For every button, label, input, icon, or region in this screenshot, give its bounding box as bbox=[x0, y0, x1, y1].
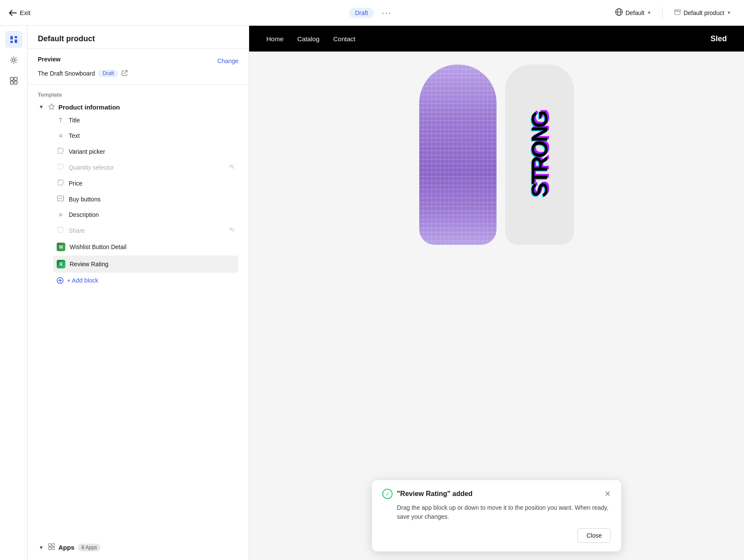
description-icon: ≡ bbox=[57, 211, 64, 218]
preview-product-name: The Draft Snowboard bbox=[38, 70, 95, 77]
svg-rect-24 bbox=[49, 547, 51, 550]
chevron-down-icon: ▼ bbox=[647, 10, 651, 15]
svg-rect-11 bbox=[10, 81, 13, 84]
panel-header: Default product bbox=[27, 26, 249, 49]
preview-draft-badge: Draft bbox=[98, 70, 118, 77]
store-preview: Home Catalog Contact Sled STRONG bbox=[249, 26, 744, 560]
sidebar-sections-button[interactable] bbox=[5, 31, 22, 48]
tree-item-review-rating[interactable]: R Review Rating bbox=[53, 256, 238, 273]
topbar-right: Default ▼ Default product ▼ bbox=[611, 6, 735, 20]
tree-item-buy-buttons[interactable]: Buy buttons bbox=[53, 191, 238, 207]
text-icon: ≡ bbox=[57, 132, 64, 139]
tree-item-title[interactable]: T Title bbox=[53, 113, 238, 128]
main-area: Default product Preview Change The Draft… bbox=[0, 26, 744, 560]
topbar-center: Draft ··· bbox=[349, 6, 395, 19]
preview-section: Preview Change The Draft Snowboard Draft bbox=[27, 49, 249, 85]
locale-label: Default bbox=[625, 9, 644, 16]
tree-item-label-quantity: Quantity selector bbox=[69, 164, 225, 171]
topbar: Exit Draft ··· Default ▼ bbox=[0, 0, 744, 26]
panel-title: Default product bbox=[38, 34, 238, 43]
tree-item-text[interactable]: ≡ Text bbox=[53, 128, 238, 143]
preview-row: The Draft Snowboard Draft bbox=[38, 70, 238, 77]
tree-item-label-share: Share bbox=[69, 227, 225, 234]
share-icon bbox=[57, 227, 64, 234]
exit-button[interactable]: Exit bbox=[9, 9, 30, 16]
template-section: Template ▼ Product information T Title bbox=[27, 85, 249, 540]
toast-close-button[interactable]: Close bbox=[577, 528, 611, 543]
product-selector-button[interactable]: Default product ▼ bbox=[670, 6, 735, 19]
tree-item-wishlist[interactable]: W Wishlist Button Detail bbox=[53, 238, 238, 256]
wishlist-app-icon: W bbox=[57, 243, 65, 251]
buy-buttons-icon bbox=[57, 195, 64, 203]
nav-contact[interactable]: Contact bbox=[333, 35, 356, 43]
change-button[interactable]: Change bbox=[217, 58, 238, 64]
snowboard-images: STRONG bbox=[419, 64, 574, 245]
svg-rect-14 bbox=[58, 164, 63, 169]
svg-rect-9 bbox=[10, 77, 13, 80]
apps-collapse-button[interactable]: ▼ bbox=[38, 544, 45, 551]
svg-rect-6 bbox=[10, 41, 13, 43]
tree-item-quantity-selector[interactable]: Quantity selector bbox=[53, 159, 238, 175]
store-nav: Home Catalog Contact Sled bbox=[249, 26, 744, 52]
tree-item-label-wishlist: Wishlist Button Detail bbox=[70, 243, 235, 250]
collapse-button[interactable]: ▼ bbox=[38, 103, 45, 111]
chevron-down-icon-2: ▼ bbox=[727, 10, 731, 15]
svg-rect-23 bbox=[52, 544, 55, 546]
store-content: STRONG ✓ "Review Rating" added ✕ Drag th… bbox=[249, 52, 744, 560]
tree-item-label-review-rating: Review Rating bbox=[70, 261, 235, 268]
svg-rect-4 bbox=[10, 36, 13, 40]
product-icon bbox=[674, 9, 681, 17]
apps-icon bbox=[48, 543, 55, 551]
tree-items: T Title ≡ Text Variant picker bbox=[38, 113, 238, 273]
svg-rect-10 bbox=[14, 77, 17, 80]
snowboard-image-1 bbox=[419, 64, 497, 245]
draft-badge: Draft bbox=[349, 8, 374, 18]
tree-item-description[interactable]: ≡ Description bbox=[53, 207, 238, 222]
more-options-button[interactable]: ··· bbox=[378, 6, 395, 19]
icon-sidebar bbox=[0, 26, 27, 560]
tree-item-label-price: Price bbox=[69, 180, 235, 187]
left-panel: Default product Preview Change The Draft… bbox=[27, 26, 249, 560]
toast-close-x-button[interactable]: ✕ bbox=[604, 489, 611, 499]
svg-rect-3 bbox=[675, 11, 680, 15]
section-title: Product information bbox=[58, 103, 120, 111]
svg-rect-13 bbox=[58, 148, 63, 153]
toast-footer: Close bbox=[382, 528, 611, 543]
toast-header: ✓ "Review Rating" added ✕ bbox=[382, 489, 611, 499]
add-block-button[interactable]: + Add block bbox=[53, 273, 102, 288]
svg-rect-5 bbox=[15, 36, 17, 38]
tree-item-variant-picker[interactable]: Variant picker bbox=[53, 143, 238, 159]
preview-top: Preview Change bbox=[38, 56, 238, 66]
nav-catalog[interactable]: Catalog bbox=[297, 35, 320, 43]
section-header: ▼ Product information bbox=[38, 103, 238, 111]
nav-home[interactable]: Home bbox=[266, 35, 284, 43]
section-icon bbox=[48, 103, 55, 110]
tree-item-price[interactable]: Price bbox=[53, 175, 238, 191]
tree-item-label-text: Text bbox=[69, 132, 235, 139]
external-link-icon[interactable] bbox=[122, 70, 128, 77]
toast-body: Drag the app block up or down to move it… bbox=[382, 503, 611, 521]
nav-brand: Sled bbox=[710, 34, 727, 43]
apps-count-badge: 8 Apps bbox=[78, 544, 101, 551]
tree-item-share[interactable]: Share bbox=[53, 222, 238, 238]
topbar-left: Exit bbox=[9, 9, 30, 16]
globe-icon bbox=[615, 8, 623, 17]
svg-rect-12 bbox=[14, 81, 17, 84]
apps-header: ▼ Apps 8 Apps bbox=[38, 543, 238, 551]
svg-point-8 bbox=[12, 59, 15, 61]
product-label: Default product bbox=[683, 9, 724, 16]
tree-item-label-variant-picker: Variant picker bbox=[69, 148, 235, 155]
snowboard-image-2: STRONG bbox=[505, 64, 574, 245]
preview-label: Preview bbox=[38, 56, 61, 63]
snowboard-pattern bbox=[419, 64, 497, 245]
review-rating-app-icon: R bbox=[57, 260, 65, 268]
svg-rect-22 bbox=[49, 544, 51, 546]
template-label: Template bbox=[38, 91, 238, 98]
apps-label: Apps bbox=[58, 544, 75, 551]
toast-check-icon: ✓ bbox=[382, 489, 393, 499]
share-hidden-icon bbox=[229, 227, 235, 234]
tree-item-label-buy-buttons: Buy buttons bbox=[69, 196, 235, 203]
sidebar-apps-button[interactable] bbox=[5, 72, 22, 89]
locale-selector-button[interactable]: Default ▼ bbox=[611, 6, 656, 20]
sidebar-settings-button[interactable] bbox=[5, 52, 22, 69]
